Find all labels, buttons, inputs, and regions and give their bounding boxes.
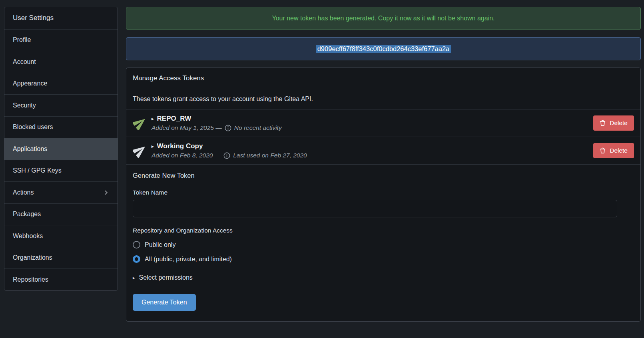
manage-access-tokens-panel: Manage Access Tokens These tokens grant …: [126, 68, 641, 322]
sidebar-item-label: Security: [13, 102, 36, 109]
radio-label: All (public, private, and limited): [145, 256, 232, 263]
sidebar-item-blocked-users[interactable]: Blocked users: [4, 116, 118, 138]
radio-selected-icon[interactable]: [133, 255, 140, 263]
sidebar-item-profile[interactable]: Profile: [4, 29, 118, 51]
sidebar-item-applications[interactable]: Applications: [4, 138, 118, 160]
sidebar-item-repositories[interactable]: Repositories: [4, 268, 118, 290]
token-name-label: Token Name: [133, 189, 617, 196]
sidebar-item-ssh-gpg-keys[interactable]: SSH / GPG Keys: [4, 160, 118, 182]
disclosure-triangle-icon: ▸: [133, 276, 135, 280]
sidebar-item-account[interactable]: Account: [4, 51, 118, 73]
info-icon: [223, 152, 230, 159]
sidebar-title: User Settings: [4, 7, 118, 29]
panel-header: Manage Access Tokens: [126, 68, 640, 89]
sidebar-item-label: SSH / GPG Keys: [13, 167, 62, 174]
generate-token-form: Generate New Token Token Name Repository…: [126, 165, 640, 321]
delete-button-label: Delete: [610, 147, 628, 154]
token-row: ▸ Working Copy Added on Feb 8, 2020 — La…: [126, 137, 640, 165]
radio-unselected-icon[interactable]: [133, 241, 140, 249]
success-message-banner: Your new token has been generated. Copy …: [126, 7, 641, 30]
token-row: ▸ REPO_RW Added on May 1, 2025 — No rece…: [126, 109, 640, 137]
token-name-toggle[interactable]: ▸ Working Copy: [152, 142, 307, 150]
sidebar-item-label: Appearance: [13, 80, 47, 87]
sidebar-item-actions[interactable]: Actions: [4, 181, 118, 203]
disclosure-triangle-icon: ▸: [152, 144, 154, 149]
main-content: Your new token has been generated. Copy …: [126, 7, 641, 322]
sidebar-item-packages[interactable]: Packages: [4, 203, 118, 225]
sidebar-item-security[interactable]: Security: [4, 94, 118, 116]
token-activity: Last used on Feb 27, 2020: [233, 152, 307, 159]
token-name: REPO_RW: [157, 115, 191, 123]
disclosure-triangle-icon: ▸: [152, 117, 154, 121]
sidebar-item-label: Profile: [13, 36, 31, 44]
token-info: ▸ Working Copy Added on Feb 8, 2020 — La…: [152, 142, 307, 159]
panel-title: Manage Access Tokens: [133, 74, 204, 82]
sidebar-item-webhooks[interactable]: Webhooks: [4, 225, 118, 247]
token-added-date: Added on May 1, 2025 —: [152, 124, 222, 131]
token-name-toggle[interactable]: ▸ REPO_RW: [152, 115, 282, 123]
delete-token-button[interactable]: Delete: [593, 115, 634, 131]
new-token-display-box: d909ecff67f8ff343c0f0cdbd264c33ef677aa2a: [126, 37, 641, 60]
access-scope-label: Repository and Organization Access: [133, 227, 617, 234]
chevron-right-icon: [103, 189, 109, 196]
sidebar-item-organizations[interactable]: Organizations: [4, 247, 118, 269]
paper-plane-icon: [133, 116, 147, 130]
token-meta: Added on May 1, 2025 — No recent activit…: [152, 124, 282, 131]
radio-public-only[interactable]: Public only: [133, 241, 617, 249]
token-name: Working Copy: [157, 142, 203, 150]
sidebar-item-label: Webhooks: [13, 233, 43, 240]
settings-sidebar: User Settings Profile Account Appearance…: [4, 7, 118, 291]
paper-plane-icon: [133, 143, 147, 158]
sidebar-item-label: Account: [13, 58, 36, 66]
panel-description: These tokens grant access to your accoun…: [126, 89, 640, 109]
trash-icon: [600, 147, 606, 154]
sidebar-title-label: User Settings: [13, 14, 54, 22]
generate-token-button[interactable]: Generate Token: [133, 294, 196, 311]
form-title: Generate New Token: [133, 172, 617, 179]
sidebar-item-label: Blocked users: [13, 123, 53, 131]
delete-button-label: Delete: [610, 119, 628, 127]
token-added-date: Added on Feb 8, 2020 —: [152, 152, 221, 159]
page-layout: User Settings Profile Account Appearance…: [0, 0, 644, 322]
sidebar-item-label: Repositories: [13, 276, 48, 283]
delete-token-button[interactable]: Delete: [593, 143, 634, 158]
success-message-text: Your new token has been generated. Copy …: [272, 15, 494, 22]
sidebar-item-label: Packages: [13, 211, 41, 218]
token-info: ▸ REPO_RW Added on May 1, 2025 — No rece…: [152, 115, 282, 131]
token-name-input[interactable]: [133, 200, 617, 217]
select-permissions-toggle[interactable]: ▸ Select permissions: [133, 274, 617, 281]
trash-icon: [600, 120, 606, 126]
new-token-value[interactable]: d909ecff67f8ff343c0f0cdbd264c33ef677aa2a: [316, 45, 451, 53]
sidebar-item-appearance[interactable]: Appearance: [4, 73, 118, 95]
radio-all-access[interactable]: All (public, private, and limited): [133, 255, 617, 263]
panel-description-text: These tokens grant access to your accoun…: [133, 95, 313, 102]
info-icon: [225, 125, 231, 131]
token-activity: No recent activity: [234, 124, 282, 131]
radio-label: Public only: [145, 241, 175, 249]
sidebar-item-label: Applications: [13, 145, 47, 153]
sidebar-item-label: Organizations: [13, 254, 52, 261]
select-permissions-label: Select permissions: [139, 274, 193, 281]
sidebar-item-label: Actions: [13, 189, 34, 196]
token-meta: Added on Feb 8, 2020 — Last used on Feb …: [152, 152, 307, 159]
